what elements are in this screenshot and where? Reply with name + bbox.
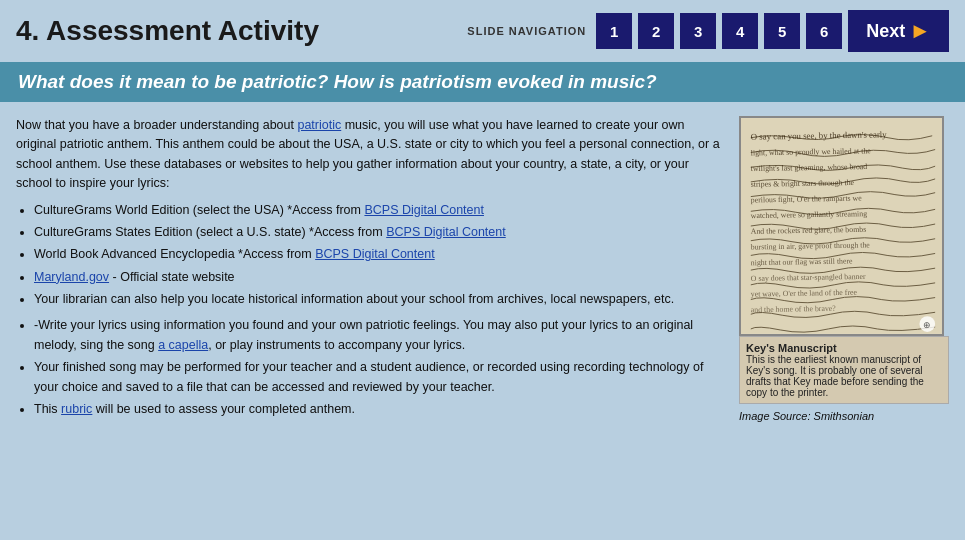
page-title: 4. Assessment Activity [16,15,319,47]
maryland-gov-link[interactable]: Maryland.gov [34,270,109,284]
list-item: Your librarian can also help you locate … [34,290,725,309]
next-label: Next [866,21,905,42]
nav-btn-6[interactable]: 6 [806,13,842,49]
nav-btn-3[interactable]: 3 [680,13,716,49]
list-item: CultureGrams States Edition (select a U.… [34,223,725,242]
nav-btn-5[interactable]: 5 [764,13,800,49]
question-banner: What does it mean to be patriotic? How i… [0,62,965,102]
next-arrow-icon: ► [909,18,931,44]
nav-label: SLIDE NAVIGATION [467,25,586,37]
list-item: Your finished song may be performed for … [34,358,725,397]
list-item: This rubric will be used to assess your … [34,400,725,419]
manuscript-svg: O say can you see, by the dawn's early l… [741,118,942,334]
list-item: World Book Advanced Encyclopedia *Access… [34,245,725,264]
bcps-link-2[interactable]: BCPS Digital Content [386,225,506,239]
list-item: CultureGrams World Edition (select the U… [34,201,725,220]
content-area: Now that you have a broader understandin… [0,110,965,436]
resources-list: CultureGrams World Edition (select the U… [34,201,725,310]
main-text: Now that you have a broader understandin… [16,116,725,426]
svg-text:stripes & bright stars through: stripes & bright stars through the [751,178,855,189]
slide-navigation: SLIDE NAVIGATION 1 2 3 4 5 6 Next ► [467,10,949,52]
image-caption-text: This is the earliest known manuscript of… [746,354,942,398]
bcps-link-3[interactable]: BCPS Digital Content [315,247,435,261]
bcps-link-1[interactable]: BCPS Digital Content [364,203,484,217]
svg-text:night that our flag was still : night that our flag was still there [751,256,853,267]
rubric-link[interactable]: rubric [61,402,92,416]
svg-text:and the home of the brave?: and the home of the brave? [751,304,837,314]
patriotic-link[interactable]: patriotic [297,118,341,132]
image-caption-box: Key's Manuscript This is the earliest kn… [739,336,949,404]
list-item: -Write your lyrics using information you… [34,316,725,355]
sidebar: O say can you see, by the dawn's early l… [739,116,949,426]
intro-paragraph: Now that you have a broader understandin… [16,116,725,194]
nav-btn-2[interactable]: 2 [638,13,674,49]
nav-btn-4[interactable]: 4 [722,13,758,49]
page-header: 4. Assessment Activity SLIDE NAVIGATION … [0,0,965,62]
instructions-section: -Write your lyrics using information you… [16,316,725,419]
instructions-list: -Write your lyrics using information you… [34,316,725,419]
image-caption-title: Key's Manuscript [746,342,942,354]
image-source: Image Source: Smithsonian [739,410,949,422]
svg-text:⊕: ⊕ [923,320,931,330]
next-button[interactable]: Next ► [848,10,949,52]
manuscript-image: O say can you see, by the dawn's early l… [739,116,944,336]
list-item: Maryland.gov - Official state website [34,268,725,287]
svg-text:yet wave, O'er the land of the: yet wave, O'er the land of the free [751,288,858,299]
nav-btn-1[interactable]: 1 [596,13,632,49]
acapella-link[interactable]: a capella [158,338,208,352]
